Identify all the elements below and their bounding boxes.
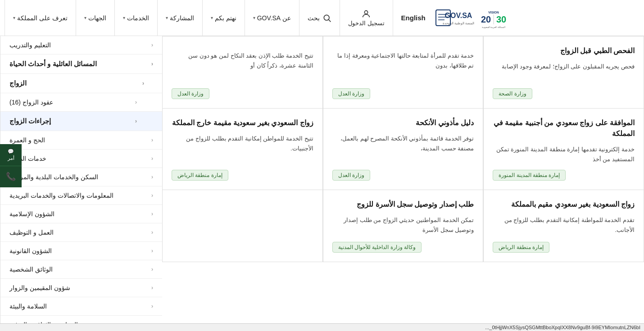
sidebar-item-housing[interactable]: ‹ السكن والخدمات البلدية والمرافق bbox=[0, 168, 162, 186]
card-divorce-tracking: خدمة تقدم للمرأة لمتابعة حالتها الاجتماع… bbox=[323, 36, 484, 109]
sidebar-item-work[interactable]: ‹ العمل و التوظيف bbox=[0, 223, 162, 242]
card-tag[interactable]: وكالة وزارة الداخلية للأحوال المدنية bbox=[332, 242, 422, 253]
nav-participation[interactable]: المشاركة ▾ bbox=[157, 0, 202, 36]
gov-sa-logo: GOV.SA المنصة الوطنية الموحدة bbox=[434, 5, 474, 30]
svg-text:GOV.SA: GOV.SA bbox=[444, 12, 472, 19]
sidebar-item-education[interactable]: ‹ التعليم والتدريب bbox=[0, 36, 162, 54]
card-tag[interactable]: إمارة منطقة الرياض bbox=[493, 242, 549, 253]
card-medical-checkup: الفحص الطبي قبل الزواج فحص يجريه المقبلو… bbox=[483, 36, 644, 109]
nav-entities[interactable]: الجهات ▾ bbox=[76, 0, 114, 36]
chevron-left-icon: ‹ bbox=[142, 80, 144, 86]
card-desc: تقدم الخدمة للمواطنة إمكانية التقدم بطلب… bbox=[493, 215, 635, 236]
cards-grid: الفحص الطبي قبل الزواج فحص يجريه المقبلو… bbox=[162, 36, 644, 262]
call-button[interactable]: 📞 bbox=[0, 166, 22, 187]
svg-line-14 bbox=[329, 19, 331, 22]
chevron-down-icon: ▾ bbox=[166, 15, 168, 20]
chevron-left-icon: ‹ bbox=[151, 211, 153, 217]
chevron-left-icon: ‹ bbox=[151, 285, 153, 291]
svg-text:VISION: VISION bbox=[488, 11, 499, 14]
svg-point-15 bbox=[365, 11, 368, 14]
svg-point-13 bbox=[324, 15, 329, 20]
chevron-down-icon: ▾ bbox=[253, 15, 255, 20]
main-nav: تعرف على المملكة ▾ الجهات ▾ الخدمات ▾ ال… bbox=[5, 0, 434, 36]
search-nav-item[interactable]: بحث bbox=[299, 0, 340, 36]
chevron-left-icon: ‹ bbox=[151, 266, 153, 272]
card-title: دليل مأذوني الأنكحة bbox=[332, 118, 474, 128]
chevron-left-icon: ‹ bbox=[135, 118, 137, 124]
chevron-left-icon: ‹ bbox=[151, 155, 153, 162]
card-title: طلب إصدار وتوصيل سجل الأسرة للزوج bbox=[332, 199, 474, 210]
chevron-left-icon: ‹ bbox=[135, 99, 137, 105]
card-tag[interactable]: وزارة العدل bbox=[332, 170, 370, 181]
sidebar-item-marriage[interactable]: ‹ الزواج bbox=[0, 74, 162, 93]
card-tag[interactable]: إمارة منطقة الرياض bbox=[172, 170, 228, 181]
sidebar-item-islamic[interactable]: ‹ الشؤون الإسلامية bbox=[0, 205, 162, 223]
chevron-left-icon: ‹ bbox=[151, 61, 153, 67]
sidebar-item-marriage-contracts[interactable]: ‹ عقود الزواج (16) bbox=[0, 93, 162, 112]
card-title: زواج السعودية بغير سعودي مقيم بالمملكة bbox=[493, 199, 635, 210]
chevron-down-icon: ▾ bbox=[84, 15, 86, 20]
card-desc: توفر الخدمة قائمة بمأذوني الأنكحة المصرح… bbox=[332, 134, 474, 164]
chevron-left-icon: ‹ bbox=[151, 229, 153, 236]
user-icon bbox=[361, 9, 371, 19]
nav-gov-about[interactable]: عن GOV.SA ▾ bbox=[245, 0, 299, 36]
sidebar-item-marriage-procedures[interactable]: ‹ إجراءات الزواج bbox=[0, 112, 162, 131]
card-tag[interactable]: وزارة العدل bbox=[172, 88, 209, 99]
logo-area: VISION 20 30 المملكة العربية السعودية GO… bbox=[434, 5, 509, 30]
header: VISION 20 30 المملكة العربية السعودية GO… bbox=[0, 0, 644, 36]
chevron-left-icon: ‹ bbox=[151, 248, 153, 254]
card-minor-marriage: تتيح الخدمة طلب الإذن بعقد النكاح لمن هو… bbox=[162, 36, 323, 109]
phone-icon: 📞 bbox=[6, 172, 16, 181]
card-saudi-woman-foreign: زواج السعودية بغير سعودي مقيم بالمملكة ت… bbox=[483, 190, 644, 262]
card-title: الموافقة على زواج سعودي من أجنبية مقيمة … bbox=[493, 118, 635, 139]
svg-text:30: 30 bbox=[496, 14, 506, 24]
card-tag[interactable]: إمارة منطقة المدينة المنورة bbox=[493, 170, 566, 181]
language-toggle[interactable]: English bbox=[393, 0, 434, 36]
card-tag[interactable]: وزارة العدل bbox=[332, 88, 370, 99]
chevron-left-icon: ‹ bbox=[151, 192, 153, 199]
card-desc: فحص يجريه المقبلون على الزواج؛ لمعرفة وج… bbox=[493, 62, 635, 83]
card-saudi-foreign-outside: زواج السعودي بغير سعودية مقيمة خارج المم… bbox=[162, 109, 323, 190]
login-button[interactable]: تسجيل الدخول bbox=[340, 0, 393, 36]
card-desc: تتيح الخدمة طلب الإذن بعقد النكاح لمن هو… bbox=[172, 51, 313, 83]
card-desc: تمكن الخدمة المواطنين حديثي الزواج من طل… bbox=[332, 215, 474, 236]
sidebar-item-docs[interactable]: ‹ الوثائق الشخصية bbox=[0, 260, 162, 279]
chat-icon: 💬 bbox=[8, 149, 14, 154]
card-tag[interactable]: وزارة الصحة bbox=[493, 88, 532, 99]
nav-care[interactable]: نهتم بكم ▾ bbox=[202, 0, 245, 36]
card-marriage-officers: دليل مأذوني الأنكحة توفر الخدمة قائمة بم… bbox=[323, 109, 484, 190]
sidebar-item-family[interactable]: ‹ المسائل العائلية و أحداث الحياة bbox=[0, 54, 162, 74]
url-bar: 0tHjjWnX5SjysQSGMttBboXpqIXX8Nv9guBf-9i9… bbox=[0, 323, 644, 331]
card-desc: خدمة تقدم للمرأة لمتابعة حالتها الاجتماع… bbox=[332, 51, 474, 83]
card-desc: تتيح الخدمة للمواطن إمكانية التقدم بطلب … bbox=[172, 134, 313, 164]
card-desc: خدمة إلكترونية تقدمها إمارة منطقة المدين… bbox=[493, 145, 635, 164]
chevron-down-icon: ▾ bbox=[123, 15, 125, 20]
card-title: زواج السعودي بغير سعودية مقيمة خارج المم… bbox=[172, 118, 313, 128]
sidebar-item-residents[interactable]: ‹ شؤون المقيمين والزوار bbox=[0, 279, 162, 297]
card-saudi-foreign-resident: الموافقة على زواج سعودي من أجنبية مقيمة … bbox=[483, 109, 644, 190]
card-title: الفحص الطبي قبل الزواج bbox=[493, 45, 635, 56]
svg-text:20: 20 bbox=[481, 14, 491, 24]
sidebar-item-hajj[interactable]: ‹ الحج و العمرة bbox=[0, 131, 162, 150]
main-layout: الفحص الطبي قبل الزواج فحص يجريه المقبلو… bbox=[0, 36, 644, 331]
svg-text:المنصة الوطنية الموحدة: المنصة الوطنية الموحدة bbox=[443, 22, 474, 25]
search-icon bbox=[322, 14, 331, 23]
nav-services[interactable]: الخدمات ▾ bbox=[114, 0, 157, 36]
sidebar: ‹ التعليم والتدريب ‹ المسائل العائلية و … bbox=[0, 36, 162, 331]
chat-button[interactable]: 💬 أمر bbox=[0, 144, 22, 166]
chevron-down-icon: ▾ bbox=[211, 15, 213, 20]
chevron-left-icon: ‹ bbox=[151, 137, 153, 143]
card-family-record: طلب إصدار وتوصيل سجل الأسرة للزوج تمكن ا… bbox=[323, 190, 484, 262]
card-empty bbox=[162, 190, 323, 262]
content-area: الفحص الطبي قبل الزواج فحص يجريه المقبلو… bbox=[162, 36, 644, 331]
sidebar-item-health[interactable]: ‹ خدمات الصحة bbox=[0, 150, 162, 168]
float-buttons: 💬 أمر 📞 bbox=[0, 144, 22, 187]
sidebar-item-info[interactable]: ‹ المعلومات والاتصالات والخدمات البريدية bbox=[0, 186, 162, 205]
chevron-left-icon: ‹ bbox=[151, 174, 153, 180]
nav-know-kingdom[interactable]: تعرف على المملكة ▾ bbox=[5, 0, 76, 36]
chevron-left-icon: ‹ bbox=[151, 42, 153, 48]
sidebar-item-environment[interactable]: ‹ السلامة والبيئة bbox=[0, 297, 162, 316]
vision-logo: VISION 20 30 المملكة العربية السعودية bbox=[478, 5, 509, 30]
chevron-left-icon: ‹ bbox=[151, 303, 153, 309]
sidebar-item-legal[interactable]: ‹ الشؤون القانونية bbox=[0, 242, 162, 260]
